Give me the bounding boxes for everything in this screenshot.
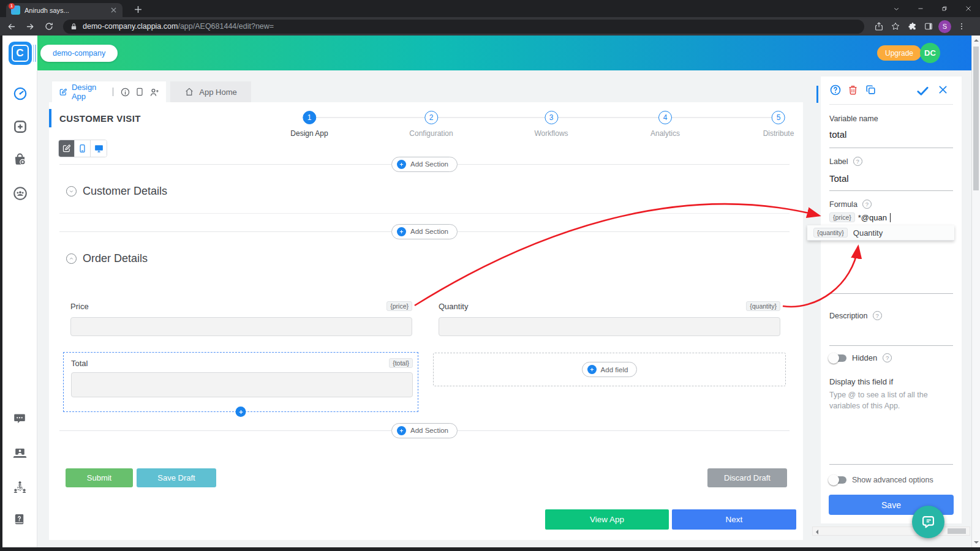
page-vertical-scrollbar[interactable]	[971, 36, 980, 547]
delete-field-trash-icon[interactable]	[847, 84, 861, 97]
new-tab-button[interactable]	[132, 4, 143, 15]
advanced-options-row: Show advanced options	[829, 476, 933, 484]
tab-close-icon[interactable]	[109, 6, 118, 15]
tab-separator	[113, 88, 113, 96]
vertical-scroll-thumb[interactable]	[973, 47, 979, 190]
step-workflows[interactable]: 3Workflows	[534, 111, 568, 138]
total-field-selected[interactable]: Total {total}	[63, 352, 418, 412]
scroll-left-arrow-icon[interactable]	[816, 530, 818, 534]
url-bar[interactable]: demo-company.clappia.com/app/AEQ681444/e…	[63, 20, 864, 34]
add-section-button-1[interactable]: Add Section	[391, 157, 458, 172]
step-design-app[interactable]: 1Design App	[290, 111, 328, 138]
support-chat-fab[interactable]	[912, 506, 944, 538]
hidden-toggle[interactable]	[829, 354, 846, 362]
tab-design-app[interactable]: Design App	[52, 81, 166, 102]
sidebar-add-app-icon[interactable]	[12, 119, 28, 135]
input-underline	[829, 148, 953, 148]
sidebar-help-book-icon[interactable]	[12, 512, 28, 528]
variable-name-value[interactable]: total	[829, 129, 846, 140]
user-avatar[interactable]: DC	[920, 43, 940, 63]
submit-button[interactable]: Submit	[66, 468, 133, 487]
label-field-value[interactable]: Total	[829, 173, 849, 184]
sidebar-app-store-icon[interactable]	[12, 152, 28, 168]
apply-check-icon[interactable]	[916, 84, 929, 97]
add-section-button-3[interactable]: Add Section	[391, 423, 458, 438]
step-configuration[interactable]: 2Configuration	[409, 111, 453, 138]
edit-pencil-icon	[59, 87, 67, 97]
description-label: Description	[829, 311, 882, 320]
formula-input[interactable]: {price} *@quan	[829, 212, 891, 222]
sidebar-dashboard-icon[interactable]	[12, 86, 28, 102]
tab-app-home[interactable]: App Home	[170, 81, 251, 102]
browser-profile-avatar[interactable]: S	[938, 20, 951, 33]
clappia-logo[interactable]: C	[2, 36, 37, 70]
add-field-below-button[interactable]	[236, 407, 246, 417]
add-section-button-2[interactable]: Add Section	[391, 224, 458, 239]
edit-mode-button[interactable]	[59, 140, 75, 157]
duplicate-field-copy-icon[interactable]	[865, 84, 878, 97]
step-analytics[interactable]: 4Analytics	[650, 111, 680, 138]
scroll-down-arrow-icon[interactable]	[974, 541, 979, 544]
empty-field-slot: Add field	[433, 353, 786, 386]
wizard-stepper: 1Design App 2Configuration 3Workflows 4A…	[297, 111, 791, 143]
discard-draft-button[interactable]: Discard Draft	[707, 468, 787, 487]
formula-label: Formula	[829, 200, 872, 209]
mobile-preview-button[interactable]	[75, 140, 91, 157]
section-order-details[interactable]: Order Details	[66, 252, 148, 265]
price-input[interactable]	[70, 317, 412, 336]
browser-menu-kebab-icon[interactable]	[953, 18, 970, 34]
add-section-row-3: Add Section	[59, 422, 790, 438]
horizontal-scroll-thumb[interactable]	[948, 528, 966, 534]
help-icon[interactable]	[873, 311, 882, 320]
browser-tab[interactable]: 1 Anirudh says...	[6, 3, 123, 17]
sidebar-community-icon[interactable]	[12, 186, 28, 201]
panel-help-icon[interactable]	[829, 84, 843, 97]
view-app-button[interactable]: View App	[545, 509, 669, 530]
close-panel-icon[interactable]	[937, 84, 951, 97]
quantity-input[interactable]	[439, 317, 780, 336]
advanced-options-toggle[interactable]	[829, 476, 846, 484]
forward-button[interactable]	[22, 18, 38, 34]
device-preview-icon[interactable]	[135, 87, 145, 97]
window-minimize-button[interactable]	[908, 0, 932, 17]
tab-app-home-label: App Home	[199, 88, 236, 97]
tab-title: Anirudh says...	[24, 7, 105, 14]
tab-favicon-icon: 1	[11, 6, 20, 15]
step-distribute[interactable]: 5Distribute	[763, 111, 794, 138]
share-icon[interactable]	[870, 18, 887, 34]
total-input[interactable]	[71, 372, 413, 397]
next-button[interactable]: Next	[672, 509, 796, 530]
panel-horizontal-scrollbar[interactable]	[812, 527, 970, 536]
collapse-chevron-up-icon[interactable]	[66, 253, 77, 264]
collapse-chevron-down-icon[interactable]	[66, 186, 77, 197]
variable-suggestion-dropdown[interactable]: {quantity} Quantity	[807, 225, 954, 241]
window-close-button[interactable]	[956, 0, 980, 17]
add-field-button[interactable]: Add field	[582, 362, 638, 377]
sidebar-org-network-icon[interactable]	[12, 479, 28, 495]
label-field-label: Label	[829, 157, 862, 166]
help-icon[interactable]	[883, 353, 892, 362]
extensions-puzzle-icon[interactable]	[903, 18, 920, 34]
side-panel-icon[interactable]	[920, 18, 937, 34]
app-info-icon[interactable]	[120, 87, 130, 97]
reload-button[interactable]	[41, 18, 57, 34]
help-icon[interactable]	[853, 157, 862, 166]
sidebar-feedback-chat-icon[interactable]	[12, 411, 28, 427]
help-icon[interactable]	[862, 200, 872, 209]
price-variable-chip: {price}	[386, 301, 412, 311]
workspace-name-pill[interactable]: demo-company	[40, 45, 118, 62]
panel-accent-bar	[816, 86, 818, 103]
upgrade-button[interactable]: Upgrade	[877, 45, 921, 61]
save-draft-button[interactable]: Save Draft	[137, 468, 216, 487]
desktop-preview-button[interactable]	[91, 140, 107, 157]
scroll-up-arrow-icon[interactable]	[974, 39, 979, 42]
section-customer-details[interactable]: Customer Details	[66, 185, 167, 198]
window-menu-chevron-icon[interactable]	[884, 0, 908, 17]
window-restore-button[interactable]	[932, 0, 956, 17]
formula-price-chip: {price}	[829, 212, 855, 222]
lock-icon	[70, 23, 77, 31]
back-button[interactable]	[3, 18, 19, 34]
bookmark-star-icon[interactable]	[887, 18, 903, 34]
sidebar-training-icon[interactable]	[12, 445, 28, 461]
share-app-user-icon[interactable]	[149, 87, 159, 97]
